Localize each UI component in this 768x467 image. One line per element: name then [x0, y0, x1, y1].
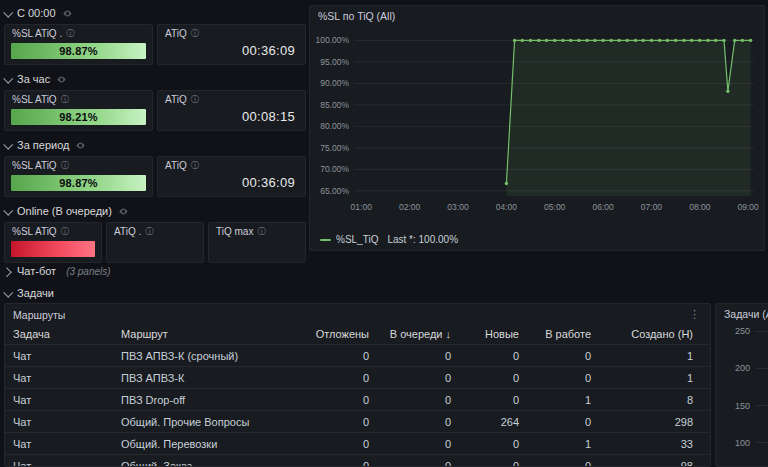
panel-title[interactable]: %SL ATiQ ⓘ	[5, 157, 152, 172]
table-cell: 33	[599, 433, 701, 455]
svg-text:70.00%: 70.00%	[320, 164, 349, 174]
info-icon[interactable]: ⓘ	[145, 227, 153, 237]
info-icon[interactable]: ⓘ	[66, 29, 74, 39]
tasks-chart-panel: Задачи (All 250200150100	[715, 303, 768, 467]
svg-text:85.00%: 85.00%	[320, 100, 349, 110]
bar-gauge: 98.87%	[11, 43, 146, 59]
panel-title[interactable]: %SL по TiQ (All)	[310, 6, 764, 22]
panel-title[interactable]: ATiQ ⓘ	[158, 157, 305, 172]
info-icon[interactable]: ⓘ	[191, 161, 199, 171]
svg-text:02:00: 02:00	[399, 202, 421, 212]
row-title: Чат-бот	[17, 265, 56, 277]
table-cell: Чат	[5, 455, 113, 467]
table-row: ЧатПВЗ АПВЗ-К (срочный)000011	[5, 345, 711, 367]
tasks-chart-plot[interactable]	[756, 304, 768, 466]
panel-title[interactable]: %SL ATiQ ⓘ	[5, 91, 152, 106]
stat-panel-sl-online: %SL ATiQ ⓘ	[4, 222, 102, 263]
stat-panel-atiq-hour: ATiQ ⓘ 00:08:15	[157, 90, 306, 131]
stat-panel-sl-since: %SL ATiQ . ⓘ 98.87%	[4, 24, 153, 65]
stat-value: 00:08:15	[158, 106, 305, 130]
axis-tick-label: 250	[735, 326, 750, 336]
svg-text:09:00: 09:00	[738, 202, 760, 212]
panel-title-text: %SL по TiQ (All)	[318, 10, 395, 22]
routes-table: ЗадачаМаршрутОтложеныВ очереди ↓НовыеВ р…	[5, 323, 711, 467]
panel-title-text: ATiQ .	[114, 226, 141, 238]
table-cell: 0	[459, 433, 527, 455]
panel-title[interactable]: TiQ max ⓘ	[209, 223, 305, 238]
row-header-online[interactable]: Online (В очереди)	[4, 203, 306, 219]
stat-value: 00:36:09	[158, 172, 305, 196]
table-cell: 1	[527, 389, 599, 411]
table-row: ЧатОбщий. Заказ00009890	[5, 455, 711, 467]
panel-title-text: %SL ATiQ	[12, 226, 57, 238]
tasks-chart-yaxis: 250200150100	[716, 326, 754, 448]
info-icon[interactable]: ⓘ	[191, 29, 199, 39]
row-header-since[interactable]: С 00:00	[4, 5, 306, 21]
panel-title-text: %SL ATiQ	[12, 94, 57, 106]
table-cell: 1	[599, 367, 701, 389]
column-header-3[interactable]: В очереди ↓	[377, 323, 459, 345]
column-header-1[interactable]: Маршрут	[113, 323, 301, 345]
legend-item[interactable]: %SL_TiQ Last *: 100.00%	[310, 234, 764, 250]
panel-title[interactable]: %SL ATiQ . ⓘ	[5, 25, 152, 40]
row-header-hour[interactable]: За час	[4, 71, 306, 87]
info-icon[interactable]: ⓘ	[257, 227, 265, 237]
eye-icon[interactable]	[118, 206, 129, 217]
stat-panel-atiq-since: ATiQ ⓘ 00:36:09	[157, 24, 306, 65]
table-cell: Общий. Прочие Вопросы	[113, 411, 301, 433]
column-header-2[interactable]: Отложены	[301, 323, 377, 345]
row-title: За час	[17, 73, 50, 85]
panel-title[interactable]: Маршруты	[13, 309, 65, 321]
panel-title-text: %SL ATiQ .	[12, 28, 62, 40]
table-cell: 298	[599, 411, 701, 433]
column-header-6[interactable]: Создано (Н)	[599, 323, 701, 345]
svg-text:95.00%: 95.00%	[320, 57, 349, 67]
info-icon[interactable]: ⓘ	[61, 95, 69, 105]
stat-panel-tiq-max: TiQ max ⓘ	[208, 222, 306, 263]
stat-value: 00:36:09	[158, 40, 305, 64]
stat-panel-atiq-period: ATiQ ⓘ 00:36:09	[157, 156, 306, 197]
panel-title-text: ATiQ	[165, 160, 187, 172]
table-cell: 0	[527, 367, 599, 389]
table-cell: 0	[459, 389, 527, 411]
row-header-period[interactable]: За период	[4, 137, 306, 153]
panel-title[interactable]: ATiQ ⓘ	[158, 91, 305, 106]
info-icon[interactable]: ⓘ	[61, 227, 69, 237]
svg-text:75.00%: 75.00%	[320, 143, 349, 153]
chevron-right-icon	[2, 267, 12, 277]
info-icon[interactable]: ⓘ	[61, 161, 69, 171]
eye-icon[interactable]	[56, 74, 67, 85]
bar-gauge-value: 98.87%	[59, 45, 98, 57]
row-header-chatbot[interactable]: Чат-бот (3 panels)	[4, 263, 762, 279]
column-header-5[interactable]: В работе	[527, 323, 599, 345]
panel-title[interactable]: ATiQ ⓘ	[158, 25, 305, 40]
table-cell: 0	[527, 345, 599, 367]
routes-table-header-row: ЗадачаМаршрутОтложеныВ очереди ↓НовыеВ р…	[5, 323, 711, 345]
column-header-4[interactable]: Новые	[459, 323, 527, 345]
row-header-tasks[interactable]: Задачи	[4, 285, 762, 301]
table-cell: 0	[377, 367, 459, 389]
row-hour-panels: %SL ATiQ ⓘ 98.21% ATiQ ⓘ 00:08:15	[4, 90, 306, 131]
panel-title[interactable]: %SL ATiQ ⓘ	[5, 223, 101, 238]
info-icon[interactable]: ⓘ	[191, 95, 199, 105]
eye-icon[interactable]	[62, 8, 73, 19]
chevron-down-icon	[3, 287, 13, 297]
column-header-0[interactable]: Задача	[5, 323, 113, 345]
table-cell: 35	[701, 411, 711, 433]
routes-table-body: ЧатПВЗ АПВЗ-К (срочный)000011ЧатПВЗ АПВЗ…	[5, 345, 711, 467]
svg-text:06:00: 06:00	[592, 202, 614, 212]
column-header-7[interactable]: Обработано (Н)	[701, 323, 711, 345]
svg-text:05:00: 05:00	[544, 202, 566, 212]
table-cell: 9	[701, 389, 711, 411]
svg-text:08:00: 08:00	[689, 202, 711, 212]
sl-chart-svg[interactable]: 100.00%95.00%90.00%85.00%80.00%75.00%70.…	[314, 24, 762, 224]
eye-icon[interactable]	[75, 140, 86, 151]
bar-gauge: 98.21%	[11, 109, 146, 125]
panel-title[interactable]: ATiQ . ⓘ	[107, 223, 203, 238]
panel-menu-icon[interactable]: ⋮	[687, 308, 702, 321]
table-cell: 0	[377, 345, 459, 367]
svg-text:07:00: 07:00	[641, 202, 663, 212]
table-cell: Чат	[5, 389, 113, 411]
table-cell: 0	[377, 433, 459, 455]
row-title: Online (В очереди)	[17, 205, 112, 217]
